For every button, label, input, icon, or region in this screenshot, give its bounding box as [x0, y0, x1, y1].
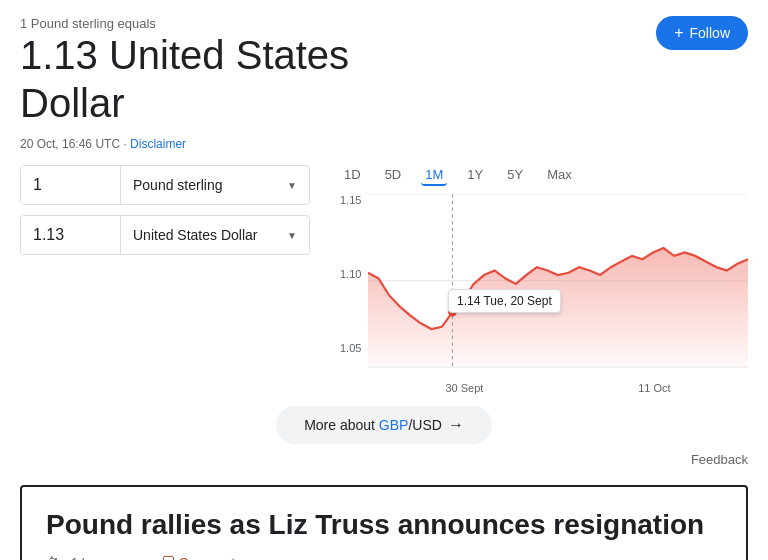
main-title: 1.13 United States Dollar: [20, 31, 349, 127]
header-row: 1 Pound sterling equals 1.13 United Stat…: [20, 16, 748, 133]
main-value-line2: Dollar: [20, 81, 124, 125]
chart-tooltip: 1.14 Tue, 20 Sept: [448, 289, 561, 313]
usd-text: USD: [412, 417, 442, 433]
timestamp-text: 20 Oct, 16:46 UTC: [20, 137, 120, 151]
tab-max[interactable]: Max: [543, 165, 576, 186]
comments-label: Comments: [179, 555, 242, 561]
comments-icon: 🗨: [161, 554, 175, 560]
tooltip-value: 1.14: [457, 294, 480, 308]
currency-to-select[interactable]: United States Dollar ▼: [121, 217, 309, 253]
x-axis-labels: 30 Sept 11 Oct: [368, 380, 748, 394]
y-label-low: 1.05: [340, 342, 361, 354]
more-about-button[interactable]: More about GBP/USD →: [276, 406, 492, 444]
currency-from-chevron: ▼: [287, 180, 297, 191]
tab-1m[interactable]: 1M: [421, 165, 447, 186]
y-axis-labels: 1.15 1.10 1.05: [340, 194, 361, 354]
x-label-2: 11 Oct: [638, 382, 670, 394]
time-tabs: 1D 5D 1M 1Y 5Y Max: [340, 165, 748, 186]
right-panel: 1D 5D 1M 1Y 5Y Max 1.15 1.10 1.05: [340, 165, 748, 394]
currency-from-label: Pound sterling: [133, 177, 223, 193]
currency-to-row: United States Dollar ▼: [20, 215, 310, 255]
currency-from-row: Pound sterling ▼: [20, 165, 310, 205]
chart-container: 1.15 1.10 1.05: [340, 194, 748, 394]
follow-button[interactable]: + Follow: [656, 16, 748, 50]
clock-icon: ⏱: [46, 555, 59, 561]
tab-5d[interactable]: 5D: [381, 165, 406, 186]
time-ago: 1 hour ago: [71, 555, 133, 561]
follow-label: Follow: [690, 25, 730, 41]
tab-5y[interactable]: 5Y: [503, 165, 527, 186]
follow-plus-icon: +: [674, 24, 683, 42]
timestamp-row: 20 Oct, 16:46 UTC · Disclaimer: [20, 137, 748, 151]
subtitle-section: 1 Pound sterling equals 1.13 United Stat…: [20, 16, 349, 133]
comments-link[interactable]: 🗨 Comments: [161, 554, 242, 560]
currency-to-chevron: ▼: [287, 230, 297, 241]
more-label: More about GBP/USD: [304, 417, 442, 433]
tab-1d[interactable]: 1D: [340, 165, 365, 186]
feedback-link[interactable]: Feedback: [691, 452, 748, 467]
y-label-mid: 1.10: [340, 268, 361, 280]
currency-to-label: United States Dollar: [133, 227, 258, 243]
gbp-text: GBP: [379, 417, 409, 433]
y-label-high: 1.15: [340, 194, 361, 206]
currency-to-input[interactable]: [21, 216, 121, 254]
currency-from-select[interactable]: Pound sterling ▼: [121, 167, 309, 203]
currency-from-input[interactable]: [21, 166, 121, 204]
news-article: Pound rallies as Liz Truss announces res…: [20, 485, 748, 560]
tooltip-date: Tue, 20 Sept: [483, 294, 551, 308]
news-meta: ⏱ 1 hour ago · 🗨 Comments: [46, 554, 722, 560]
feedback-row: Feedback: [20, 452, 748, 467]
disclaimer-link[interactable]: Disclaimer: [130, 137, 186, 151]
chart-svg: [368, 194, 748, 374]
tab-1y[interactable]: 1Y: [463, 165, 487, 186]
separator: ·: [145, 555, 149, 561]
main-content: Pound sterling ▼ United States Dollar ▼ …: [20, 165, 748, 394]
main-value: 1.13 United States: [20, 33, 349, 77]
more-btn-row: More about GBP/USD →: [20, 406, 748, 444]
subtitle: 1 Pound sterling equals: [20, 16, 349, 31]
news-headline: Pound rallies as Liz Truss announces res…: [46, 507, 722, 542]
left-panel: Pound sterling ▼ United States Dollar ▼: [20, 165, 320, 394]
arrow-right-icon: →: [448, 416, 464, 434]
x-label-1: 30 Sept: [445, 382, 483, 394]
